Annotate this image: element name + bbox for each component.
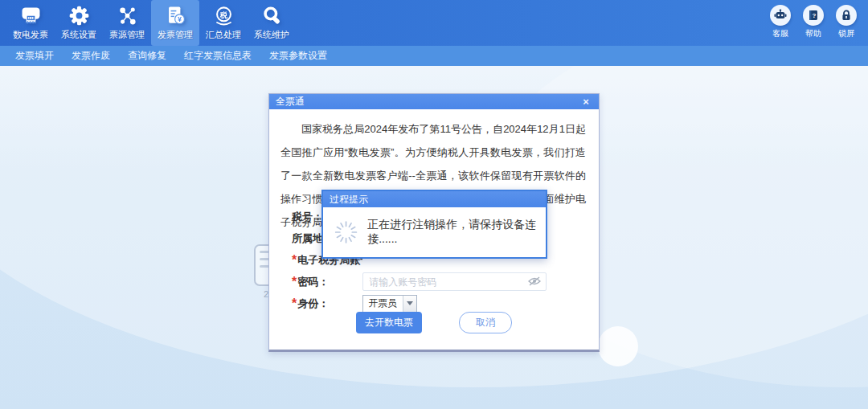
close-icon[interactable]: ×: [579, 96, 592, 108]
submenu-item-canshu-shezhi[interactable]: 发票参数设置: [260, 49, 336, 63]
background-circle: [598, 326, 638, 366]
progress-titlebar[interactable]: 过程提示: [323, 191, 546, 207]
help-button[interactable]: ? 帮助: [800, 5, 827, 39]
robot-icon: [770, 5, 791, 26]
loading-spinner-icon: [334, 219, 358, 246]
identity-label: 身份：: [297, 297, 362, 311]
nav-item-fapiao-guanli[interactable]: ¥ 发票管理: [151, 0, 199, 46]
nav-item-label: 数电发票: [13, 29, 48, 41]
form-row-identity: * 身份： 开票员: [292, 292, 578, 314]
go-issue-invoice-button[interactable]: 去开数电票: [356, 312, 422, 333]
identity-selected-value: 开票员: [363, 297, 403, 310]
lock-icon: [836, 5, 857, 26]
required-marker: *: [292, 297, 297, 311]
dialog-title: 全票通: [276, 95, 579, 108]
help-book-icon: ?: [803, 5, 824, 26]
eye-slash-icon[interactable]: [527, 276, 542, 287]
svg-text:?: ?: [813, 12, 817, 19]
required-marker: *: [292, 275, 297, 289]
submenu-item-hongzi-xinxibiao[interactable]: 红字发票信息表: [175, 49, 260, 63]
nav-item-huizong-chuli[interactable]: 税 汇总处理: [199, 0, 248, 46]
chevron-down-icon: [403, 296, 416, 312]
submenu-item-fapiao-zuofei[interactable]: 发票作废: [63, 49, 119, 63]
top-navigation-bar: 数电发票 系统设置 票源管理 ¥ 发票管理: [0, 0, 868, 46]
form-row-password: * 密码：: [292, 271, 578, 292]
utility-label: 锁屏: [838, 28, 854, 39]
gear-icon: [68, 5, 90, 27]
progress-body: 正在进行注销操作，请保持设备连接......: [323, 207, 546, 257]
nav-item-label: 汇总处理: [206, 29, 241, 41]
utility-label: 客服: [772, 28, 788, 39]
nav-item-label: 系统设置: [61, 29, 96, 41]
progress-title: 过程提示: [330, 193, 368, 207]
required-marker: *: [292, 253, 297, 268]
dialog-titlebar[interactable]: 全票通 ×: [269, 94, 599, 109]
submenu-item-chaxun-xiufu[interactable]: 查询修复: [119, 49, 175, 63]
network-icon: [117, 5, 138, 27]
svg-text:税: 税: [219, 11, 227, 19]
app-window: 数电发票 系统设置 票源管理 ¥ 发票管理: [0, 0, 868, 409]
identity-select[interactable]: 开票员: [362, 295, 417, 313]
lock-screen-button[interactable]: 锁屏: [833, 5, 860, 39]
password-input[interactable]: [362, 272, 547, 291]
submenu-item-fapiao-tiankai[interactable]: 发票填开: [6, 49, 63, 63]
wrench-icon: [261, 5, 283, 27]
utility-label: 帮助: [805, 28, 821, 39]
dialog-buttons: 去开数电票 取消: [269, 312, 599, 333]
nav-item-label: 票源管理: [109, 29, 145, 41]
nav-item-system-settings[interactable]: 系统设置: [55, 0, 103, 46]
customer-service-button[interactable]: 客服: [767, 5, 794, 39]
nav-item-label: 系统维护: [254, 29, 289, 41]
progress-message: 正在进行注销操作，请保持设备连接......: [367, 218, 538, 247]
svg-text:¥: ¥: [178, 15, 182, 23]
progress-dialog: 过程提示 正在进行注销操作，请保持设备连接......: [321, 190, 547, 259]
nav-item-piaoyuan-guanli[interactable]: 票源管理: [103, 0, 151, 46]
tax-circle-icon: 税: [213, 5, 235, 27]
main-nav: 数电发票 系统设置 票源管理 ¥ 发票管理: [0, 0, 296, 46]
invoice-doc-icon: ¥: [165, 5, 186, 27]
nav-item-label: 发票管理: [158, 29, 193, 41]
nav-item-system-maintenance[interactable]: 系统维护: [248, 0, 296, 46]
password-label: 密码：: [297, 275, 362, 289]
invoice-printer-icon: [20, 5, 42, 27]
sub-menu-bar: 发票填开 发票作废 查询修复 红字发票信息表 发票参数设置: [0, 46, 868, 66]
utility-nav: 客服 ? 帮助 锁屏: [767, 5, 860, 39]
nav-item-shudian-fapiao[interactable]: 数电发票: [6, 0, 55, 46]
cancel-button[interactable]: 取消: [459, 312, 512, 333]
